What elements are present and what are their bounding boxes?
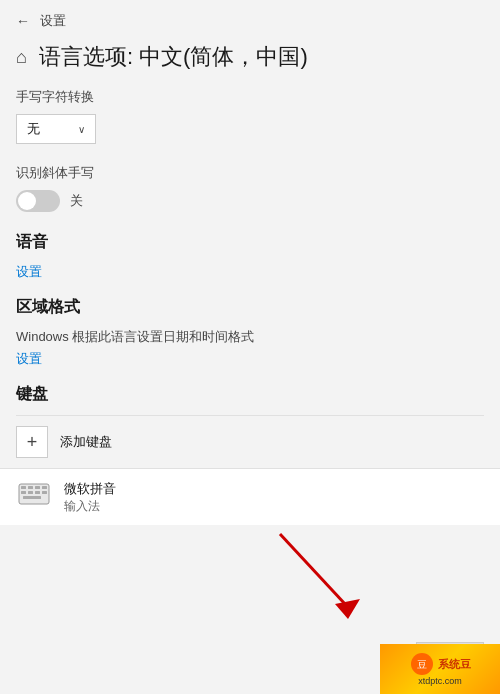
watermark-brand: 系统豆	[438, 657, 471, 672]
dropdown-arrow-icon: ∨	[78, 124, 85, 135]
keyboard-name: 微软拼音	[64, 480, 116, 498]
watermark-logo: 豆	[410, 652, 434, 676]
toggle-off-label: 关	[70, 192, 83, 210]
header-label: 设置	[40, 12, 66, 30]
toggle-row: 关	[16, 190, 484, 212]
back-arrow-icon[interactable]: ←	[16, 13, 30, 29]
watermark-site: xtdptc.com	[418, 676, 462, 686]
watermark: 豆 系统豆 xtdptc.com	[380, 644, 500, 694]
keyboard-item-icon	[16, 479, 52, 515]
italic-handwriting-section: 识别斜体手写 关	[0, 164, 500, 212]
region-settings-link[interactable]: 设置	[0, 350, 500, 368]
region-heading: 区域格式	[0, 297, 500, 318]
header-bar: ← 设置	[0, 0, 500, 38]
svg-rect-1	[21, 486, 26, 489]
svg-rect-9	[23, 496, 41, 499]
handwriting-label: 手写字符转换	[16, 88, 484, 106]
keyboard-info: 微软拼音 输入法	[64, 480, 116, 515]
keyboard-heading-text: 键盘	[16, 385, 48, 402]
add-keyboard-row[interactable]: + 添加键盘	[16, 415, 484, 468]
svg-rect-6	[28, 491, 33, 494]
handwriting-dropdown[interactable]: 无 ∨	[16, 114, 96, 144]
home-icon: ⌂	[16, 47, 27, 68]
svg-rect-5	[21, 491, 26, 494]
keyboard-item-row[interactable]: 微软拼音 输入法	[0, 468, 500, 525]
svg-rect-3	[35, 486, 40, 489]
region-heading-text: 区域格式	[16, 298, 80, 315]
add-keyboard-icon: +	[16, 426, 48, 458]
svg-text:豆: 豆	[417, 659, 427, 670]
svg-rect-7	[35, 491, 40, 494]
keyboard-heading: 键盘	[0, 384, 500, 405]
handwriting-value: 无	[27, 120, 40, 138]
svg-rect-2	[28, 486, 33, 489]
speech-heading: 语音	[0, 232, 500, 253]
page-container: ← 设置 ⌂ 语言选项: 中文(简体，中国) 手写字符转换 无 ∨ 识别斜体手写…	[0, 0, 500, 694]
handwriting-section: 手写字符转换 无 ∨	[0, 88, 500, 144]
keyboard-type: 输入法	[64, 498, 116, 515]
svg-rect-4	[42, 486, 47, 489]
svg-rect-8	[42, 491, 47, 494]
region-description: Windows 根据此语言设置日期和时间格式	[0, 328, 500, 346]
italic-handwriting-toggle[interactable]	[16, 190, 60, 212]
page-title: 语言选项: 中文(简体，中国)	[39, 42, 308, 72]
speech-heading-text: 语音	[16, 233, 48, 250]
speech-settings-link[interactable]: 设置	[0, 263, 500, 281]
italic-handwriting-label: 识别斜体手写	[16, 164, 484, 182]
watermark-row: 豆 系统豆	[410, 652, 471, 676]
page-title-row: ⌂ 语言选项: 中文(简体，中国)	[0, 38, 500, 88]
add-keyboard-label: 添加键盘	[60, 433, 112, 451]
keyboard-section: + 添加键盘 微软拼音	[0, 415, 500, 525]
